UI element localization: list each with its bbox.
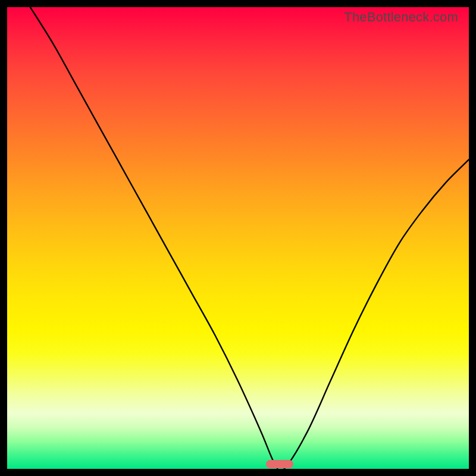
chart-frame: TheBottleneck.com [0, 0, 476, 476]
bottleneck-curve [7, 7, 469, 469]
optimal-marker [266, 460, 293, 468]
plot-area: TheBottleneck.com [7, 7, 469, 469]
